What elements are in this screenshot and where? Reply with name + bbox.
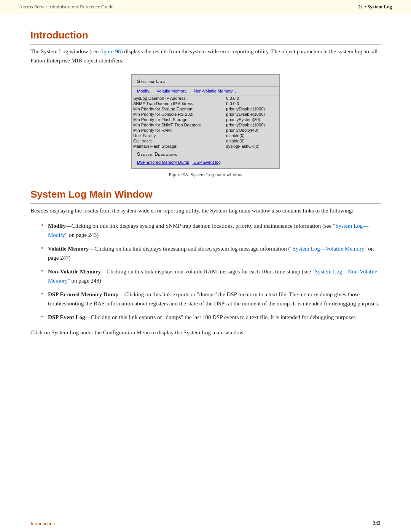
page-wrapper: Access Server Administrators' Reference … [0, 0, 411, 532]
row-value: disable(0) [225, 133, 279, 138]
footer-left: Introduction [30, 521, 55, 527]
table-row: Min Priority for Console RS-232:priority… [132, 112, 279, 117]
figure-caption: Figure 98. System Log main window [169, 172, 242, 178]
table-row: SysLog Daemon IP Address:0.0.0.0 [132, 96, 279, 101]
table-row: Call trace:disable(0) [132, 138, 279, 144]
bullet-list: Modify—Clicking on this link displays sy… [41, 221, 381, 322]
row-value: 0.0.0.0 [225, 101, 279, 106]
bold-dsp-dump: DSP Errored Memory Dump [48, 291, 119, 297]
row-label: Min Priority for Flash Storage: [132, 117, 225, 122]
row-label: Call trace: [132, 138, 225, 144]
list-item-dsp-dump: DSP Errored Memory Dump—Clicking on this… [41, 290, 381, 308]
main-content: Introduction The System Log window (see … [0, 14, 411, 366]
table-row: SNMP Trap Daemon IP Address:0.0.0.0 [132, 101, 279, 106]
figure-link[interactable]: figure 98 [100, 48, 121, 54]
volatile-ref-link[interactable]: "System Log—Volatile Memory" [290, 246, 366, 252]
modify-ref-link[interactable]: "System Log—Modify" [48, 223, 368, 238]
footer-right: 242 [373, 521, 381, 527]
list-item-nonvolatile: Non-Volatile Memory—Clicking on this lin… [41, 267, 381, 285]
row-label: Min Priority for SNMP Trap Daemon: [132, 122, 225, 128]
row-value: priorityDisable(1000) [225, 112, 279, 117]
row-value: priorityDisable(1000) [225, 106, 279, 112]
table-row: Min Priority for Flash Storage:priorityS… [132, 117, 279, 122]
bold-volatile: Volatile Memory [48, 246, 89, 252]
syslog-links-row[interactable]: Modify... Volatile Memory... Non-Volatil… [132, 87, 279, 96]
dsp-dump-link[interactable]: DSP Errored Memory Dump [137, 160, 189, 165]
row-label: Min Priority for SysLog Daemon: [132, 106, 225, 112]
footer: Introduction 242 [0, 515, 411, 532]
header-right-text: 21 • System Log [358, 4, 392, 10]
table-row: Min Priority for RAM:priorityOddity(40) [132, 128, 279, 133]
row-value: prioritySystem(80) [225, 117, 279, 122]
syslog-debug-links[interactable]: DSP Errored Memory Dump DSP Event log [132, 158, 279, 168]
row-label: Min Priority for RAM: [132, 128, 225, 133]
row-value: priorityOddity(40) [225, 128, 279, 133]
list-item-volatile: Volatile Memory—Clicking on this link di… [41, 244, 381, 262]
intro-title: Introduction [30, 29, 381, 45]
syslog-body1: Besides displaying the results from the … [30, 206, 381, 215]
header-left-text: Access Server Administrators' Reference … [19, 4, 113, 10]
bold-dsp-event: DSP Event Log [48, 314, 85, 320]
syslog-screenshot: System Log Modify... Volatile Memory... … [131, 74, 280, 169]
table-row: Min Priority for SysLog Daemon:priorityD… [132, 106, 279, 112]
syslog-screenshot-title: System Log [132, 75, 279, 87]
syslog-body2: Click on System Log under the Configurat… [30, 328, 381, 337]
bold-nonvolatile: Non-Volatile Memory [48, 268, 101, 275]
table-row: Maintain Flash Storage:syslogFlashOK(0) [132, 144, 279, 149]
row-label: Min Priority for Console RS-232: [132, 112, 225, 117]
bold-modify: Modify [48, 223, 66, 229]
syslog-data-table: SysLog Daemon IP Address:0.0.0.0SNMP Tra… [132, 96, 279, 149]
table-row: Min Priority for SNMP Trap Daemon:priori… [132, 122, 279, 128]
table-row: Unix Facility:disable(0) [132, 133, 279, 138]
row-value: disable(0) [225, 138, 279, 144]
row-label: Maintain Flash Storage: [132, 144, 225, 149]
row-label: Unix Facility: [132, 133, 225, 138]
figure-container: System Log Modify... Volatile Memory... … [30, 74, 381, 178]
list-item-modify: Modify—Clicking on this link displays sy… [41, 221, 381, 240]
modify-link[interactable]: Modify... [137, 89, 153, 93]
nonvolatile-link[interactable]: Non-Volatile Memory... [194, 89, 236, 93]
dsp-event-link[interactable]: DSP Event log [193, 160, 220, 165]
row-value: priorityDisable(1000) [225, 122, 279, 128]
volatile-link[interactable]: Volatile Memory... [157, 89, 190, 93]
intro-body: The System Log window (see figure 98) di… [30, 47, 381, 65]
syslog-debug-title: System Debugging [132, 149, 279, 158]
syslog-section-title: System Log Main Window [30, 189, 381, 204]
list-item-dsp-event: DSP Event Log—Clicking on this link expo… [41, 313, 381, 322]
row-value: syslogFlashOK(0) [225, 144, 279, 149]
header-bar: Access Server Administrators' Reference … [0, 0, 411, 14]
row-label: SNMP Trap Daemon IP Address: [132, 101, 225, 106]
row-label: SysLog Daemon IP Address: [132, 96, 225, 101]
row-value: 0.0.0.0 [225, 96, 279, 101]
